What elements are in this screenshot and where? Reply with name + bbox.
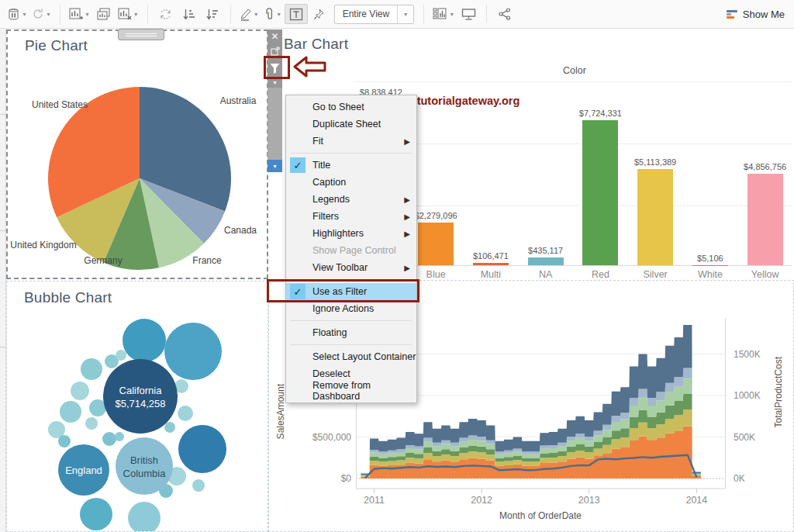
clear-sheet-icon (118, 8, 132, 21)
caret-down-icon[interactable]: ▾ (268, 78, 282, 88)
toolbar: ▼▼▼▼▼▼Entire View▼▼ (0, 0, 794, 29)
bubble[interactable] (164, 323, 222, 380)
go-to-sheet-icon[interactable] (268, 43, 282, 59)
dropdown-caret-icon[interactable]: ▼ (254, 12, 259, 17)
text-label-button[interactable] (285, 4, 308, 24)
pie-label-germany: Germany$2,894,312 (84, 254, 122, 267)
bubble[interactable] (60, 401, 81, 423)
new-worksheet-button[interactable]: ▼ (67, 4, 92, 24)
bar-category-red: Red (573, 269, 628, 280)
menu-item-filters[interactable]: Filters▶ (286, 208, 416, 225)
menu-item-show-page-control[interactable]: Show Page Control (286, 242, 416, 259)
bubble[interactable] (85, 417, 98, 430)
submenu-arrow-icon: ▶ (404, 230, 410, 238)
refresh-button[interactable]: ▼ (29, 4, 54, 24)
clear-sheet-button[interactable]: ▼ (116, 4, 141, 24)
highlight-button[interactable]: ▼ (237, 4, 261, 24)
bar-silver[interactable] (637, 169, 673, 265)
sort-descending-button[interactable] (201, 4, 224, 24)
menu-item-floating[interactable]: Floating (286, 324, 416, 341)
pie-chart-panel[interactable]: Pie Chart Australia$9,061,001Canada$1,97… (6, 29, 268, 279)
bar-multi[interactable] (473, 263, 509, 265)
dropdown-caret-icon[interactable]: ▼ (46, 12, 51, 17)
bar-slot-yellow[interactable]: $4,856,756 (737, 81, 792, 265)
share-button[interactable] (493, 4, 516, 24)
panel-mini-toolbar: ✕ ▾ ▾ (268, 29, 282, 172)
group-members-button[interactable]: ▼ (261, 4, 285, 24)
pause-auto-updates-button[interactable]: ▼ (5, 4, 29, 24)
bubble[interactable] (178, 406, 193, 421)
bubble[interactable] (178, 425, 226, 473)
menu-item-use-as-filter[interactable]: ✓Use as Filter (286, 283, 416, 300)
bar-red[interactable] (582, 120, 618, 265)
menu-item-label: Highlighters (312, 228, 364, 239)
bubble[interactable] (58, 435, 71, 447)
bar-chart-column-header: Color (357, 65, 792, 76)
dropdown-caret-icon[interactable]: ▼ (133, 12, 139, 17)
show-hide-cards-button[interactable]: ▼ (430, 4, 457, 24)
bubble[interactable] (80, 498, 112, 530)
bar-slot-multi[interactable]: $106,471 (464, 81, 519, 265)
menu-item-label: Use as Filter (312, 286, 367, 297)
filter-icon[interactable] (268, 59, 282, 78)
bubble[interactable] (123, 319, 166, 362)
bar-slot-white[interactable]: $5,106 (683, 81, 738, 265)
bubble[interactable] (81, 358, 102, 380)
checkmark-icon: ✓ (290, 157, 306, 173)
menu-item-title[interactable]: ✓Title (286, 157, 416, 174)
bar-slot-red[interactable]: $7,724,331 (573, 81, 628, 265)
scroll-caret-icon[interactable]: ▾ (268, 160, 282, 172)
bubble[interactable] (115, 432, 124, 441)
duplicate-sheet-button[interactable] (92, 4, 116, 24)
bubble-chart[interactable]: California$5,714,258EnglandBritishColumb… (7, 282, 268, 531)
bubble[interactable] (128, 502, 161, 531)
dropdown-caret-icon[interactable]: ▼ (449, 12, 454, 17)
checkmark-icon: ✓ (290, 284, 306, 299)
bubble[interactable] (71, 382, 89, 400)
bar-category-na: NA (518, 269, 573, 280)
bubble[interactable] (116, 350, 126, 361)
menu-item-caption[interactable]: Caption (286, 174, 416, 191)
menu-item-select-layout-container[interactable]: Select Layout Container (286, 348, 416, 365)
menu-item-fit[interactable]: Fit▶ (286, 133, 416, 150)
pen-icon (240, 8, 252, 21)
bubble[interactable] (102, 432, 116, 446)
submenu-arrow-icon: ▶ (404, 264, 410, 272)
bubble-california[interactable] (103, 359, 178, 434)
bar-value-label: $5,106 (697, 254, 723, 263)
bubble-chart-panel[interactable]: Bubble Chart California$5,714,258England… (6, 281, 268, 532)
menu-item-go-to-sheet[interactable]: Go to Sheet (286, 98, 416, 116)
fit-view-caret-icon[interactable]: ▼ (397, 5, 413, 23)
bar-chart[interactable]: $8,838,412$2,279,096$106,471$435,117$7,7… (354, 81, 792, 265)
dropdown-caret-icon[interactable]: ▼ (276, 12, 281, 17)
menu-item-label: Fit (312, 136, 323, 147)
fix-axes-button[interactable] (308, 4, 331, 24)
menu-item-view-toolbar[interactable]: View Toolbar▶ (286, 259, 416, 276)
menu-item-duplicate-sheet[interactable]: Duplicate Sheet (286, 116, 416, 133)
share-icon (499, 8, 511, 20)
bar-x-axis (354, 265, 792, 266)
close-icon[interactable]: ✕ (268, 29, 282, 43)
menu-item-label: Floating (312, 327, 347, 338)
dropdown-caret-icon[interactable]: ▼ (22, 12, 27, 17)
bar-value-label: $7,724,331 (579, 109, 622, 118)
bar-yellow[interactable] (747, 174, 783, 265)
sort-ascending-button[interactable] (178, 4, 201, 24)
dropdown-caret-icon[interactable]: ▼ (85, 12, 90, 17)
show-me-button[interactable]: Show Me (727, 5, 785, 23)
menu-item-highlighters[interactable]: Highlighters▶ (286, 225, 416, 242)
bar-blue[interactable] (418, 223, 454, 265)
fit-view-dropdown[interactable]: Entire View▼ (334, 5, 414, 24)
presentation-mode-button[interactable] (457, 4, 480, 24)
menu-item-legends[interactable]: Legends▶ (286, 191, 416, 208)
bubble[interactable] (192, 479, 205, 492)
menu-item-remove-from-dashboard[interactable]: Remove from Dashboard (286, 382, 416, 399)
menu-item-ignore-actions[interactable]: Ignore Actions (286, 300, 416, 317)
drag-handle[interactable] (118, 29, 164, 40)
bar-slot-silver[interactable]: $5,113,389 (628, 81, 683, 265)
bubble-british-columbia[interactable] (116, 437, 173, 495)
bubble[interactable] (164, 422, 175, 433)
bar-na[interactable] (528, 257, 564, 266)
swap-rows-columns-button[interactable] (154, 4, 178, 24)
bar-slot-na[interactable]: $435,117 (518, 81, 573, 265)
